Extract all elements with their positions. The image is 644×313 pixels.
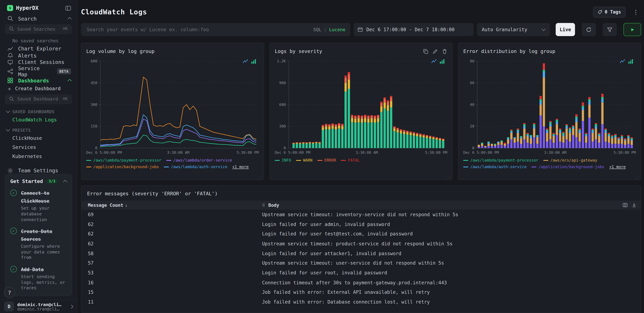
column-header-body[interactable]: ⠿ Body (262, 202, 623, 208)
get-started-item[interactable]: ✓ Add Data Start sending logs, metrics, … (10, 265, 66, 291)
saved-searches-input[interactable] (5, 24, 72, 34)
resize-handle-icon[interactable]: ⋰ (258, 175, 262, 180)
resize-handle-icon[interactable]: ⋰ (447, 175, 451, 180)
sidebar-item-alerts[interactable]: Alerts (0, 52, 77, 59)
legend-item[interactable]: /application/background-jobs (86, 164, 159, 170)
table-row[interactable]: 15Job failed with error: External API un… (81, 287, 640, 297)
filter-button[interactable] (602, 23, 617, 36)
saved-dashboards-inputwrap: ⌘K (5, 94, 72, 104)
granularity-select[interactable]: Auto Granularity (477, 23, 550, 36)
event-search-input[interactable] (86, 26, 310, 33)
legend-more-link[interactable]: +1 more (609, 164, 626, 170)
table-title: Error messages (severity 'ERROR' or 'FAT… (81, 186, 640, 201)
legend-label: FATAL (348, 157, 360, 163)
saved-dashboards-input[interactable] (5, 94, 72, 104)
refresh-button[interactable] (582, 23, 596, 36)
logs-by-severity-chart[interactable]: 03006009001.2KDec 6 5:00:00 PM3:30:00 AM… (275, 56, 447, 156)
legend-item[interactable]: /aws/lambda/payment-processor (463, 157, 538, 163)
download-icon[interactable] (632, 203, 636, 208)
legend-item[interactable]: FATAL (341, 157, 360, 163)
svg-text:0: 0 (472, 146, 474, 150)
resize-handle-icon[interactable]: ⋰ (636, 175, 640, 180)
create-dashboard-button[interactable]: + Create Dashboard (0, 86, 77, 92)
sidebar: HyperDX Search ⌘K No saved searches Cha (0, 0, 77, 313)
drag-handle-icon[interactable]: ⠿ (262, 203, 265, 207)
legend-item[interactable]: /application/background-jobs (532, 164, 604, 170)
cell-message-count: 62 (81, 241, 262, 247)
error-messages-panel: Error messages (severity 'ERROR' or 'FAT… (81, 185, 641, 313)
table-row[interactable]: 16Connection timeout after 30s to paymen… (81, 278, 640, 287)
user-menu[interactable]: D dominic.tran@clic... dominic.tran@clic… (0, 300, 77, 313)
cell-message-count: 62 (81, 221, 262, 227)
column-label: Body (268, 202, 279, 208)
get-started-progress-badge: 3/3 (46, 179, 58, 184)
legend-dash (543, 160, 548, 161)
sidebar-item-services[interactable]: Services (0, 143, 77, 152)
sidebar-item-client-sessions[interactable]: Client Sessions (0, 59, 77, 66)
svg-text:3:30:00 AM: 3:30:00 AM (356, 151, 378, 155)
lucene-toggle[interactable]: Lucene (329, 27, 346, 32)
cell-body: Upstream service timeout: user-service d… (262, 260, 640, 266)
legend-dash (296, 160, 301, 161)
create-dashboard-label: Create Dashboard (15, 86, 61, 92)
time-range-picker[interactable]: Dec 6 17:00:00 - Dec 7 18:00:00 (354, 23, 474, 36)
legend-item[interactable]: /aws/lambda/order-service (166, 157, 232, 163)
duplicate-icon[interactable] (423, 49, 428, 54)
delete-trash-icon[interactable] (442, 49, 447, 54)
sql-toggle[interactable]: SQL (313, 27, 321, 32)
user-name: dominic.tran@clic... (17, 302, 62, 307)
get-started-item[interactable]: ✓ Connect to ClickHouse Set up your data… (10, 189, 66, 222)
sidebar-item-dashboards[interactable]: Dashboards (0, 77, 77, 84)
legend-item[interactable]: /aws/lambda/auth-service (463, 164, 526, 170)
help-button[interactable]: ? (4, 287, 15, 298)
table-row[interactable]: 57Upstream service timeout: user-service… (81, 258, 640, 268)
table-row[interactable]: 62Upstream service timeout: product-serv… (81, 239, 640, 249)
get-started-header[interactable]: Get Started 3/3 (10, 179, 66, 184)
error-distribution-chart[interactable]: 020406080Dec 6 5:00:00 PM3:30:00 AM5:30:… (463, 56, 636, 156)
saved-dashboards-group-header[interactable]: SAVED DASHBOARDS (0, 106, 77, 115)
table-row[interactable]: 11Job failed with error: Database connec… (81, 297, 640, 307)
table-row[interactable]: 62Login failed for user test@test.com, i… (81, 229, 640, 239)
table-row[interactable]: 62Login failed for user admin, invalid p… (81, 219, 640, 229)
get-started-item[interactable]: ✓ Create Data Sources Configure where yo… (10, 227, 66, 261)
legend-item[interactable]: /aws/lambda/payment-processor (86, 157, 162, 163)
legend-dash (275, 160, 280, 161)
sidebar-item-chart-explorer[interactable]: Chart Explorer (0, 45, 77, 52)
table-columns-icon[interactable] (623, 203, 628, 208)
presets-group-header[interactable]: PRESETS (0, 124, 77, 134)
run-query-button[interactable] (624, 23, 641, 36)
chart-panel-logs-by-severity: Logs by severity (270, 43, 452, 180)
sidebar-item-cloudwatch-logs[interactable]: CloudWatch Logs (0, 115, 77, 124)
group-header-label: PRESETS (12, 128, 31, 132)
legend-item[interactable]: WARN (296, 157, 312, 163)
sidebar-item-kubernetes[interactable]: Kubernetes (0, 152, 77, 161)
sidebar-item-team-settings[interactable]: Team Settings (0, 167, 77, 174)
sidebar-item-service-map[interactable]: Service Map BETA (0, 66, 77, 77)
dashboard-header: CloudWatch Logs 0 Tags ⋮ (81, 0, 641, 21)
legend-item[interactable]: INFO (275, 157, 291, 163)
table-row[interactable]: 53Login failed for user root, invalid pa… (81, 268, 640, 278)
cell-message-count: 15 (81, 289, 262, 295)
edit-pencil-icon[interactable] (432, 49, 438, 54)
group-header-label: SAVED DASHBOARDS (12, 109, 54, 114)
sidebar-item-search[interactable]: Search (0, 15, 77, 22)
monitor-icon (7, 59, 13, 65)
sort-desc-icon: ↓ (125, 202, 128, 208)
table-row[interactable]: 69Upstream service timeout: inventory-se… (81, 210, 640, 219)
table-row[interactable]: 58Login failed for user attacker1, inval… (81, 248, 640, 258)
live-button[interactable]: Live (556, 23, 575, 36)
legend-item[interactable]: /aws/lambda/auth-service (164, 164, 227, 170)
chart-title: Log volume by log group (86, 48, 154, 54)
tags-button[interactable]: 0 Tags (593, 6, 626, 17)
legend-item[interactable]: /aws/ecs/api-gateway (543, 157, 597, 163)
sidebar-item-clickhouse[interactable]: ClickHouse (0, 134, 77, 143)
cell-body: Job failed with error: External API unav… (262, 289, 640, 295)
legend-item[interactable]: ERROR (318, 157, 336, 163)
log-volume-chart[interactable]: 0150300450600Dec 6 5:00:00 PM3:30:00 AM5… (86, 56, 259, 156)
sidebar-collapse-icon[interactable] (66, 5, 71, 11)
legend-more-link[interactable]: +1 more (232, 164, 249, 170)
shortcut-hint: ⌘K (63, 96, 68, 101)
dashboard-menu-button[interactable]: ⋮ (630, 8, 641, 15)
get-started-item-desc: Start sending logs, metrics, or traces (21, 274, 66, 291)
column-header-message-count[interactable]: Message Count ↓ (81, 202, 262, 208)
